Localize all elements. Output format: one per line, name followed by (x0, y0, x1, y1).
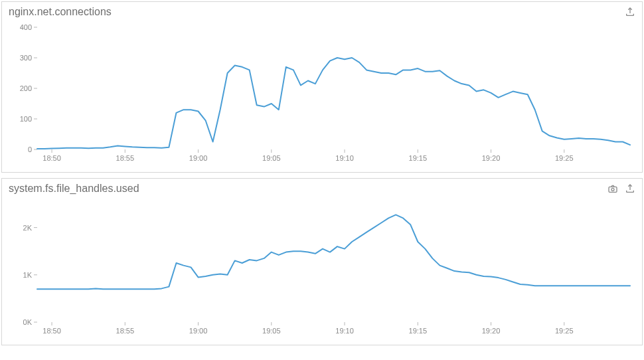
svg-text:0K: 0K (23, 318, 33, 326)
svg-text:19:10: 19:10 (335, 154, 354, 162)
export-icon[interactable] (625, 183, 635, 194)
svg-text:18:55: 18:55 (116, 154, 135, 162)
svg-text:19:20: 19:20 (482, 327, 501, 335)
export-icon[interactable] (625, 7, 635, 17)
svg-text:18:50: 18:50 (42, 154, 61, 162)
chart-panel-filehandles: system.fs.file_handles.used 0K1K2K18:501… (1, 178, 643, 345)
panel-actions (607, 183, 635, 194)
svg-rect-26 (609, 187, 617, 192)
svg-text:2K: 2K (23, 224, 33, 232)
panel-header: nginx.net.connections (2, 2, 642, 21)
svg-text:300: 300 (20, 54, 32, 62)
svg-text:19:10: 19:10 (335, 327, 354, 335)
chart-title: system.fs.file_handles.used (9, 183, 139, 195)
camera-icon[interactable] (607, 183, 618, 194)
panel-actions (625, 7, 635, 17)
svg-text:19:15: 19:15 (409, 154, 428, 162)
svg-text:19:25: 19:25 (555, 154, 574, 162)
svg-text:200: 200 (20, 84, 32, 92)
svg-text:19:25: 19:25 (555, 327, 574, 335)
svg-text:18:55: 18:55 (116, 327, 135, 335)
chart-title: nginx.net.connections (9, 6, 112, 18)
svg-text:19:00: 19:00 (189, 327, 208, 335)
chart-plot-area[interactable]: 010020030040018:5018:5519:0019:0519:1019… (7, 21, 637, 167)
svg-text:19:05: 19:05 (262, 154, 281, 162)
svg-text:0: 0 (28, 145, 32, 153)
panel-header: system.fs.file_handles.used (2, 179, 642, 197)
svg-text:19:00: 19:00 (189, 154, 208, 162)
svg-text:19:05: 19:05 (262, 327, 281, 335)
svg-text:100: 100 (20, 115, 32, 123)
svg-text:1K: 1K (23, 271, 33, 279)
chart-plot-area[interactable]: 0K1K2K18:5018:5519:0019:0519:1019:1519:2… (7, 197, 637, 339)
svg-text:19:15: 19:15 (409, 327, 428, 335)
svg-text:19:20: 19:20 (482, 154, 501, 162)
svg-text:18:50: 18:50 (42, 327, 61, 335)
svg-point-27 (611, 188, 614, 191)
chart-panel-nginx: nginx.net.connections 010020030040018:50… (1, 1, 643, 173)
svg-text:400: 400 (20, 23, 32, 31)
